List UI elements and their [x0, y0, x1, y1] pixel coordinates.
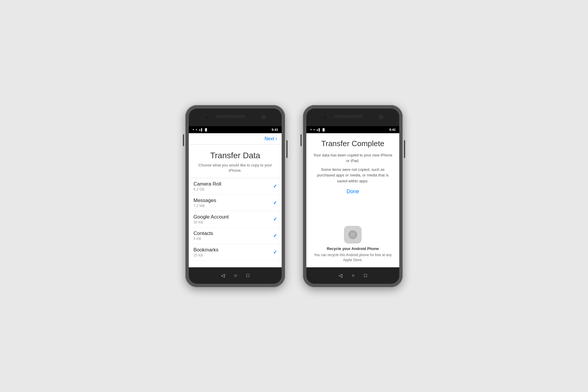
data-item-size: 7.2 MB — [193, 204, 216, 208]
check-icon: ✓ — [273, 216, 277, 222]
recycle-section: Recycle your Android Phone You can recyc… — [312, 226, 393, 267]
signal-icon: ▲▌ — [198, 128, 203, 131]
next-chevron: › — [275, 136, 277, 141]
screen-2: Transfer Complete Your data has been cop… — [306, 133, 399, 267]
data-item-name: Camera Roll — [193, 181, 221, 187]
status-time-1: 9:41 — [272, 128, 278, 131]
data-item-info: Messages 7.2 MB — [193, 198, 216, 208]
done-button[interactable]: Done — [346, 189, 359, 195]
data-item-size: 30 KB — [193, 220, 229, 224]
data-item-info: Google Account 30 KB — [193, 214, 229, 224]
data-item-size: 6.3 GB — [193, 187, 221, 191]
transfer-complete-screen: Transfer Complete Your data has been cop… — [306, 133, 399, 267]
transfer-complete-title: Transfer Complete — [321, 139, 384, 148]
wifi-icon-2: ▾ — [313, 128, 315, 131]
front-camera-2 — [379, 115, 383, 119]
signal-icon-2: ▲▌ — [316, 128, 320, 131]
status-time-2: 9:41 — [389, 128, 396, 131]
volume-button — [183, 134, 184, 146]
data-item-name: Messages — [193, 198, 216, 203]
data-item-size: 25 KB — [193, 253, 218, 257]
sensor — [206, 116, 209, 119]
data-item-size: 4 KB — [193, 237, 213, 241]
data-item-info: Bookmarks 25 KB — [193, 247, 218, 257]
data-list-item[interactable]: Contacts 4 KB ✓ — [189, 228, 282, 244]
front-camera — [261, 115, 265, 119]
recent-button-2[interactable]: □ — [364, 273, 367, 278]
next-label: Next — [265, 136, 274, 141]
status-left-icons-2: ✦ ▾ ▲▌ ▐▌ — [310, 128, 325, 131]
data-item-name: Contacts — [193, 231, 213, 236]
phone-bottom-2: ◁ ○ □ — [306, 267, 399, 284]
status-left-icons: ✦ ▾ ▲▌ ▐▌ — [192, 128, 208, 131]
data-items-list: Camera Roll 6.3 GB ✓ Messages 7.2 MB ✓ G… — [189, 178, 282, 267]
speaker-grille-2 — [334, 115, 363, 118]
bluetooth-icon-2: ✦ — [310, 128, 312, 131]
transfer-complete-text1: Your data has been copied to your new iP… — [312, 152, 393, 164]
status-bar-1: ✦ ▾ ▲▌ ▐▌ 9:41 — [189, 126, 282, 133]
recycle-icon-box — [344, 226, 362, 243]
check-icon: ✓ — [273, 249, 277, 255]
battery-icon-2: ▐▌ — [322, 128, 325, 131]
data-list-item[interactable]: Google Account 30 KB ✓ — [189, 211, 282, 228]
transfer-complete-text2: Some items were not copied, such as purc… — [312, 167, 393, 184]
recycle-title: Recycle your Android Phone — [327, 246, 379, 251]
next-bar: Next › — [189, 133, 282, 145]
data-list-item[interactable]: Bookmarks 25 KB ✓ — [189, 244, 282, 261]
data-item-info: Camera Roll 6.3 GB — [193, 181, 221, 191]
screen-1: Next › Transfer Data Choose what you wou… — [189, 133, 282, 267]
next-button[interactable]: Next › — [265, 136, 277, 141]
power-button-2 — [404, 140, 405, 158]
back-button-2[interactable]: ◁ — [339, 273, 342, 278]
back-button-1[interactable]: ◁ — [221, 273, 225, 278]
sensor-2 — [324, 116, 326, 119]
battery-icon: ▐▌ — [204, 128, 208, 131]
power-button — [286, 140, 288, 158]
volume-button-2 — [300, 134, 302, 146]
recycle-icon — [348, 229, 358, 240]
data-item-info: Contacts 4 KB — [193, 231, 213, 241]
bluetooth-icon: ✦ — [192, 128, 195, 131]
wifi-icon: ▾ — [196, 128, 197, 131]
phone-top-bezel-2 — [306, 109, 399, 126]
recent-button-1[interactable]: □ — [246, 273, 249, 278]
data-item-name: Google Account — [193, 214, 229, 220]
phones-container: ✦ ▾ ▲▌ ▐▌ 9:41 Next › Transfer Data Choo… — [185, 105, 403, 287]
phone-bottom-1: ◁ ○ □ — [189, 267, 282, 284]
data-list-item[interactable]: Messages 7.2 MB ✓ — [189, 195, 282, 211]
phone-top-bezel — [189, 109, 282, 126]
transfer-data-screen: Next › Transfer Data Choose what you wou… — [189, 133, 282, 267]
phone-1: ✦ ▾ ▲▌ ▐▌ 9:41 Next › Transfer Data Choo… — [185, 105, 285, 287]
check-icon: ✓ — [273, 233, 277, 238]
check-icon: ✓ — [273, 184, 277, 189]
check-icon: ✓ — [273, 200, 277, 206]
data-item-name: Bookmarks — [193, 247, 218, 253]
speaker-grille — [216, 115, 245, 118]
status-bar-2: ✦ ▾ ▲▌ ▐▌ 9:41 — [306, 126, 399, 133]
home-button-1[interactable]: ○ — [234, 273, 237, 278]
home-button-2[interactable]: ○ — [352, 273, 355, 278]
phone-2: ✦ ▾ ▲▌ ▐▌ 9:41 Transfer Complete Your da… — [303, 105, 403, 287]
transfer-data-title: Transfer Data — [193, 151, 277, 161]
transfer-data-subtitle: Choose what you would like to copy to yo… — [196, 163, 275, 173]
recycle-text: You can recycle this Android phone for f… — [312, 253, 393, 263]
data-list-item[interactable]: Camera Roll 6.3 GB ✓ — [189, 178, 282, 195]
